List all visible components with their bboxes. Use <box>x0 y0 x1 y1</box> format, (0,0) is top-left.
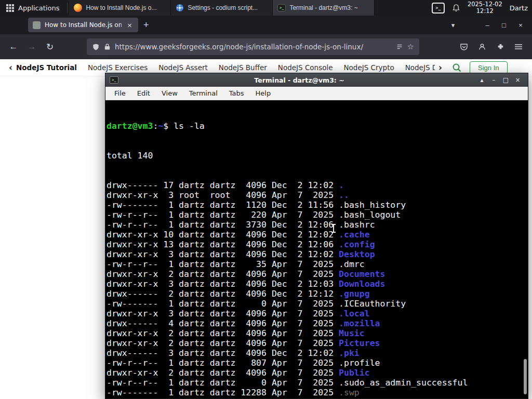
terminal-line: drwxr-xr-x 3 dartz dartz 4096 Dec 2 12:0… <box>107 249 528 259</box>
panel-separator <box>67 3 68 13</box>
tab-favicon-icon <box>33 21 41 29</box>
file-name: Music <box>339 328 365 338</box>
terminal-shade-button[interactable]: ▴ <box>476 76 488 84</box>
nav-item-nodejs-crypto[interactable]: NodeJS Crypto <box>344 63 394 72</box>
browser-maximize-button[interactable]: □ <box>496 18 512 32</box>
reload-button[interactable]: ↻ <box>42 38 58 55</box>
extensions-icon[interactable] <box>492 38 509 55</box>
file-name: .bashrc <box>339 220 375 230</box>
file-name: Documents <box>339 269 385 279</box>
terminal-menubar: File Edit View Terminal Tabs Help <box>105 87 528 100</box>
sign-in-button[interactable]: Sign In <box>470 61 507 74</box>
nav-item-nodejs-dns[interactable]: NodeJS DNS <box>405 63 435 72</box>
browser-close-button[interactable]: × <box>512 18 529 32</box>
terminal-line: -rw------- 1 dartz dartz 0 Apr 7 2025 .I… <box>107 299 528 309</box>
terminal-maximize-button[interactable]: □ <box>500 76 512 84</box>
menu-terminal[interactable]: Terminal <box>184 88 223 99</box>
bookmark-star-icon[interactable]: ☆ <box>407 43 414 51</box>
reader-view-icon[interactable] <box>396 43 403 50</box>
terminal-content[interactable]: dartz@vm3:~$ ls -la total 140 drwx------… <box>105 100 528 398</box>
tracking-shield-icon[interactable] <box>92 43 100 51</box>
terminal-line: drwx------ 3 dartz dartz 4096 Dec 2 12:0… <box>107 348 528 358</box>
menu-edit[interactable]: Edit <box>132 88 155 99</box>
taskbar-item-settings[interactable]: Settings - codium script... <box>171 0 273 16</box>
file-name: .ICEauthority <box>339 299 406 309</box>
browser-minimize-button[interactable]: – <box>479 18 496 32</box>
nav-item-nodejs-tutorial[interactable]: NodeJS Tutorial <box>16 63 77 72</box>
menu-button[interactable] <box>510 38 527 55</box>
prompt-user-host: dartz@vm3 <box>107 121 153 131</box>
panel-clock[interactable]: 2025-12-02 12:12 <box>468 1 502 15</box>
file-name: .profile <box>339 358 380 368</box>
terminal-line: drwx------ 2 dartz dartz 4096 Dec 2 12:1… <box>107 289 528 299</box>
file-name: .mozilla <box>339 318 380 328</box>
browser-tab[interactable]: How to Install Node.js on × <box>28 18 138 32</box>
screen: Applications How to Install Node.js o...… <box>0 0 532 399</box>
scrollbar-thumb[interactable] <box>524 359 527 394</box>
file-name: .bash_history <box>339 200 406 210</box>
terminal-minimize-button[interactable]: – <box>488 76 500 84</box>
forward-button[interactable]: → <box>23 38 40 55</box>
url-text[interactable]: https://www.geeksforgeeks.org/node-js/in… <box>115 43 392 51</box>
url-bar[interactable]: https://www.geeksforgeeks.org/node-js/in… <box>87 38 419 55</box>
terminal-line: drwxr-xr-x 2 dartz dartz 4096 Apr 7 2025… <box>107 368 528 378</box>
file-name: Templates <box>339 397 385 398</box>
tray-terminal-icon[interactable]: >_ <box>432 3 445 14</box>
tab-close-icon[interactable]: × <box>126 21 134 29</box>
terminal-line: -rw------- 1 dartz dartz 12288 Apr 7 202… <box>107 388 528 397</box>
lock-icon[interactable] <box>104 43 111 50</box>
file-name: Desktop <box>339 249 375 259</box>
menu-tabs[interactable]: Tabs <box>224 88 249 99</box>
terminal-app-icon: >_ <box>110 76 118 84</box>
terminal-line: drwxr-xr-x 13 dartz dartz 4096 Dec 2 12:… <box>107 240 528 249</box>
terminal-scrollbar[interactable] <box>523 100 528 398</box>
nav-item-nodejs-assert[interactable]: NodeJS Assert <box>158 63 208 72</box>
terminal-line: drwxr-xr-x 3 dartz dartz 4096 Dec 2 12:0… <box>107 279 528 289</box>
taskbar-item-terminal[interactable]: >_ Terminal - dartz@vm3: ~ <box>273 0 375 16</box>
terminal-window: >_ Terminal - dartz@vm3: ~ ▴ – □ × File … <box>105 73 528 399</box>
taskbar-item-label: Terminal - dartz@vm3: ~ <box>289 4 357 11</box>
terminal-line: -rw-r--r-- 1 dartz dartz 3730 Dec 2 12:0… <box>107 220 528 230</box>
terminal-line: -rw-r--r-- 1 dartz dartz 220 Apr 7 2025 … <box>107 210 528 220</box>
new-tab-button[interactable]: + <box>138 20 154 31</box>
terminal-line: drwxr-xr-x 10 dartz dartz 4096 Dec 2 12:… <box>107 230 528 240</box>
nav-scroll-right-icon[interactable]: › <box>435 63 446 72</box>
taskbar-item-label: How to Install Node.js o... <box>86 4 156 11</box>
menu-help[interactable]: Help <box>250 88 276 99</box>
site-nav: NodeJS Tutorial NodeJS Exercises NodeJS … <box>16 63 435 72</box>
file-name: .bash_logout <box>339 210 401 220</box>
tab-title: How to Install Node.js on <box>45 21 122 29</box>
terminal-line: -rw------- 1 dartz dartz 1120 Dec 2 11:5… <box>107 200 528 210</box>
firefox-icon <box>74 4 82 12</box>
taskbar-item-firefox[interactable]: How to Install Node.js o... <box>69 0 171 16</box>
menu-file[interactable]: File <box>109 88 131 99</box>
terminal-line: -rw-r--r-- 1 dartz dartz 35 Apr 7 2025 .… <box>107 259 528 269</box>
panel-tray-area: >_ 2025-12-02 12:12 Dartz <box>432 0 532 16</box>
back-button[interactable]: ← <box>5 38 22 55</box>
terminal-close-button[interactable]: × <box>512 76 524 84</box>
notifications-bell-icon[interactable] <box>452 4 460 12</box>
nav-item-nodejs-console[interactable]: NodeJS Console <box>278 63 333 72</box>
file-name: .sudo_as_admin_successful <box>339 378 468 388</box>
command-text: ls -la <box>174 121 205 131</box>
account-icon[interactable] <box>474 38 490 55</box>
applications-label: Applications <box>18 4 59 12</box>
nav-item-nodejs-buffer[interactable]: NodeJS Buffer <box>219 63 267 72</box>
terminal-line: drwxr-xr-x 3 root root 4096 Apr 7 2025 .… <box>107 190 528 200</box>
nav-scroll-left-icon[interactable]: ‹ <box>5 63 16 72</box>
applications-menu-button[interactable]: Applications <box>0 0 65 16</box>
terminal-icon: >_ <box>277 4 286 11</box>
terminal-output: drwx------ 17 dartz dartz 4096 Dec 2 12:… <box>107 180 528 398</box>
list-all-tabs-icon[interactable]: ▾ <box>445 18 461 32</box>
terminal-line: drwxr-xr-x 2 dartz dartz 4096 Apr 7 2025… <box>107 328 528 338</box>
search-icon[interactable] <box>446 63 468 72</box>
nav-item-nodejs-exercises[interactable]: NodeJS Exercises <box>88 63 148 72</box>
menu-view[interactable]: View <box>156 88 183 99</box>
file-name: .pki <box>339 348 360 358</box>
terminal-line: drwx------ 17 dartz dartz 4096 Dec 2 12:… <box>107 180 528 190</box>
pocket-icon[interactable] <box>456 38 472 55</box>
terminal-line: drwx------ 4 dartz dartz 4096 Apr 7 2025… <box>107 318 528 328</box>
file-name: .cache <box>339 230 370 240</box>
terminal-titlebar[interactable]: >_ Terminal - dartz@vm3: ~ ▴ – □ × <box>105 73 528 87</box>
terminal-line: drwxr-xr-x 2 dartz dartz 4096 Apr 7 2025… <box>107 397 528 398</box>
